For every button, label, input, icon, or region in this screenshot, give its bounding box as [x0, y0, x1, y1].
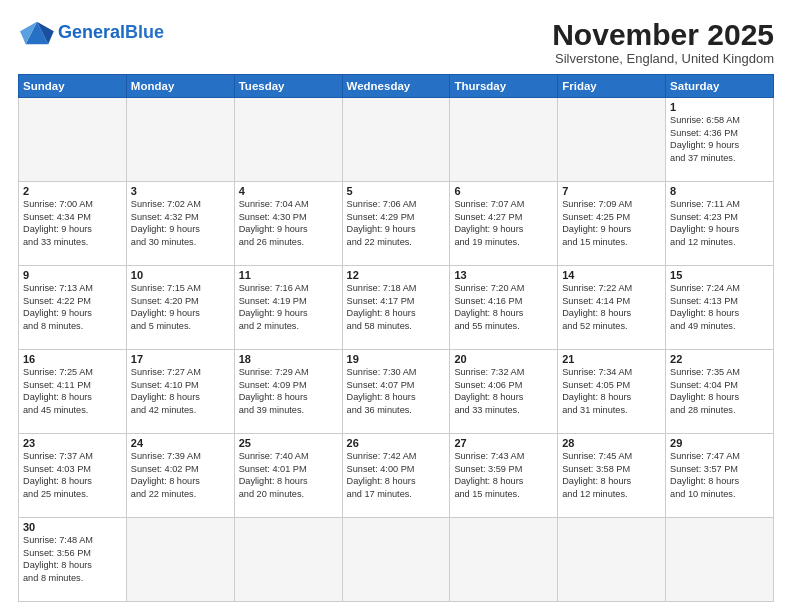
day-cell: 30Sunrise: 7:48 AMSunset: 3:56 PMDayligh…: [19, 518, 127, 602]
week-row-3: 9Sunrise: 7:13 AMSunset: 4:22 PMDaylight…: [19, 266, 774, 350]
day-cell: 26Sunrise: 7:42 AMSunset: 4:00 PMDayligh…: [342, 434, 450, 518]
day-number: 11: [239, 269, 338, 281]
day-info: Sunrise: 7:30 AMSunset: 4:07 PMDaylight:…: [347, 366, 446, 417]
day-number: 8: [670, 185, 769, 197]
day-info: Sunrise: 7:43 AMSunset: 3:59 PMDaylight:…: [454, 450, 553, 501]
day-cell: [234, 518, 342, 602]
day-info: Sunrise: 7:39 AMSunset: 4:02 PMDaylight:…: [131, 450, 230, 501]
logo-blue: Blue: [125, 22, 164, 42]
day-info: Sunrise: 7:47 AMSunset: 3:57 PMDaylight:…: [670, 450, 769, 501]
day-number: 25: [239, 437, 338, 449]
day-cell: [19, 98, 127, 182]
month-title: November 2025: [552, 18, 774, 51]
day-cell: 17Sunrise: 7:27 AMSunset: 4:10 PMDayligh…: [126, 350, 234, 434]
day-number: 28: [562, 437, 661, 449]
day-info: Sunrise: 7:42 AMSunset: 4:00 PMDaylight:…: [347, 450, 446, 501]
day-info: Sunrise: 7:07 AMSunset: 4:27 PMDaylight:…: [454, 198, 553, 249]
title-block: November 2025 Silverstone, England, Unit…: [552, 18, 774, 66]
day-info: Sunrise: 7:37 AMSunset: 4:03 PMDaylight:…: [23, 450, 122, 501]
day-number: 29: [670, 437, 769, 449]
day-cell: 21Sunrise: 7:34 AMSunset: 4:05 PMDayligh…: [558, 350, 666, 434]
day-cell: [126, 98, 234, 182]
day-cell: 12Sunrise: 7:18 AMSunset: 4:17 PMDayligh…: [342, 266, 450, 350]
day-number: 3: [131, 185, 230, 197]
day-number: 23: [23, 437, 122, 449]
day-info: Sunrise: 7:34 AMSunset: 4:05 PMDaylight:…: [562, 366, 661, 417]
day-number: 26: [347, 437, 446, 449]
weekday-header-sunday: Sunday: [19, 75, 127, 98]
day-cell: 1Sunrise: 6:58 AMSunset: 4:36 PMDaylight…: [666, 98, 774, 182]
day-number: 5: [347, 185, 446, 197]
day-cell: [450, 98, 558, 182]
day-info: Sunrise: 7:09 AMSunset: 4:25 PMDaylight:…: [562, 198, 661, 249]
day-info: Sunrise: 7:45 AMSunset: 3:58 PMDaylight:…: [562, 450, 661, 501]
day-info: Sunrise: 7:16 AMSunset: 4:19 PMDaylight:…: [239, 282, 338, 333]
day-number: 12: [347, 269, 446, 281]
day-info: Sunrise: 7:20 AMSunset: 4:16 PMDaylight:…: [454, 282, 553, 333]
day-number: 18: [239, 353, 338, 365]
week-row-4: 16Sunrise: 7:25 AMSunset: 4:11 PMDayligh…: [19, 350, 774, 434]
day-cell: 9Sunrise: 7:13 AMSunset: 4:22 PMDaylight…: [19, 266, 127, 350]
subtitle: Silverstone, England, United Kingdom: [552, 51, 774, 66]
day-cell: [558, 98, 666, 182]
weekday-header-wednesday: Wednesday: [342, 75, 450, 98]
day-cell: 24Sunrise: 7:39 AMSunset: 4:02 PMDayligh…: [126, 434, 234, 518]
day-info: Sunrise: 7:04 AMSunset: 4:30 PMDaylight:…: [239, 198, 338, 249]
week-row-6: 30Sunrise: 7:48 AMSunset: 3:56 PMDayligh…: [19, 518, 774, 602]
day-cell: 13Sunrise: 7:20 AMSunset: 4:16 PMDayligh…: [450, 266, 558, 350]
day-info: Sunrise: 7:15 AMSunset: 4:20 PMDaylight:…: [131, 282, 230, 333]
page: GeneralBlue November 2025 Silverstone, E…: [0, 0, 792, 612]
day-info: Sunrise: 7:24 AMSunset: 4:13 PMDaylight:…: [670, 282, 769, 333]
day-number: 13: [454, 269, 553, 281]
day-cell: 14Sunrise: 7:22 AMSunset: 4:14 PMDayligh…: [558, 266, 666, 350]
day-number: 9: [23, 269, 122, 281]
calendar-table: SundayMondayTuesdayWednesdayThursdayFrid…: [18, 74, 774, 602]
weekday-header-row: SundayMondayTuesdayWednesdayThursdayFrid…: [19, 75, 774, 98]
logo-text: GeneralBlue: [58, 23, 164, 43]
logo-general: General: [58, 22, 125, 42]
day-info: Sunrise: 7:02 AMSunset: 4:32 PMDaylight:…: [131, 198, 230, 249]
day-number: 2: [23, 185, 122, 197]
day-info: Sunrise: 7:48 AMSunset: 3:56 PMDaylight:…: [23, 534, 122, 585]
day-cell: 23Sunrise: 7:37 AMSunset: 4:03 PMDayligh…: [19, 434, 127, 518]
day-cell: 5Sunrise: 7:06 AMSunset: 4:29 PMDaylight…: [342, 182, 450, 266]
day-cell: 10Sunrise: 7:15 AMSunset: 4:20 PMDayligh…: [126, 266, 234, 350]
day-cell: [558, 518, 666, 602]
day-cell: 3Sunrise: 7:02 AMSunset: 4:32 PMDaylight…: [126, 182, 234, 266]
day-cell: [450, 518, 558, 602]
day-info: Sunrise: 7:11 AMSunset: 4:23 PMDaylight:…: [670, 198, 769, 249]
day-number: 10: [131, 269, 230, 281]
day-info: Sunrise: 7:35 AMSunset: 4:04 PMDaylight:…: [670, 366, 769, 417]
week-row-1: 1Sunrise: 6:58 AMSunset: 4:36 PMDaylight…: [19, 98, 774, 182]
weekday-header-saturday: Saturday: [666, 75, 774, 98]
day-cell: [342, 518, 450, 602]
day-number: 22: [670, 353, 769, 365]
day-cell: 19Sunrise: 7:30 AMSunset: 4:07 PMDayligh…: [342, 350, 450, 434]
day-cell: 22Sunrise: 7:35 AMSunset: 4:04 PMDayligh…: [666, 350, 774, 434]
day-number: 7: [562, 185, 661, 197]
week-row-5: 23Sunrise: 7:37 AMSunset: 4:03 PMDayligh…: [19, 434, 774, 518]
day-number: 30: [23, 521, 122, 533]
day-number: 14: [562, 269, 661, 281]
day-number: 27: [454, 437, 553, 449]
day-cell: [666, 518, 774, 602]
day-number: 20: [454, 353, 553, 365]
day-cell: 7Sunrise: 7:09 AMSunset: 4:25 PMDaylight…: [558, 182, 666, 266]
day-cell: 6Sunrise: 7:07 AMSunset: 4:27 PMDaylight…: [450, 182, 558, 266]
day-number: 24: [131, 437, 230, 449]
day-number: 16: [23, 353, 122, 365]
day-cell: 29Sunrise: 7:47 AMSunset: 3:57 PMDayligh…: [666, 434, 774, 518]
day-info: Sunrise: 7:18 AMSunset: 4:17 PMDaylight:…: [347, 282, 446, 333]
header: GeneralBlue November 2025 Silverstone, E…: [18, 18, 774, 66]
day-info: Sunrise: 7:22 AMSunset: 4:14 PMDaylight:…: [562, 282, 661, 333]
day-cell: [234, 98, 342, 182]
weekday-header-thursday: Thursday: [450, 75, 558, 98]
day-number: 6: [454, 185, 553, 197]
day-info: Sunrise: 7:25 AMSunset: 4:11 PMDaylight:…: [23, 366, 122, 417]
day-cell: 11Sunrise: 7:16 AMSunset: 4:19 PMDayligh…: [234, 266, 342, 350]
day-number: 15: [670, 269, 769, 281]
day-cell: 2Sunrise: 7:00 AMSunset: 4:34 PMDaylight…: [19, 182, 127, 266]
day-number: 19: [347, 353, 446, 365]
weekday-header-friday: Friday: [558, 75, 666, 98]
day-info: Sunrise: 7:27 AMSunset: 4:10 PMDaylight:…: [131, 366, 230, 417]
